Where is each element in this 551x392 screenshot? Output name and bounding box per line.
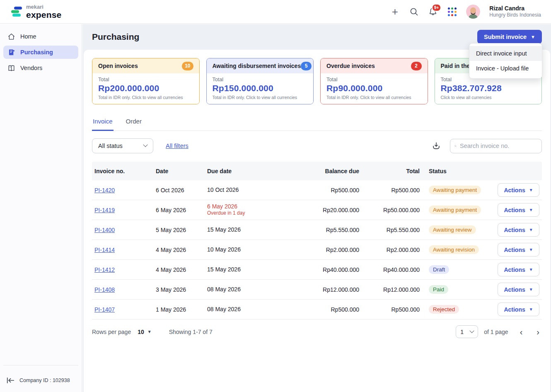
col-due-date: Due date [205, 168, 271, 174]
status-badge: Awaiting payment [429, 206, 481, 214]
mekari-logo-mark [11, 6, 22, 17]
actions-button[interactable]: Actions▼ [498, 183, 539, 197]
invoice-total: Rp12.000.000 [360, 286, 420, 293]
avatar[interactable] [466, 5, 480, 19]
chevron-down-icon: ▼ [529, 267, 533, 272]
chevron-down-icon: ▼ [529, 227, 533, 232]
collapse-sidebar-icon [7, 377, 15, 384]
purchasing-icon [7, 48, 15, 56]
card-awaiting-disbursement-invoices[interactable]: Awaiting disbursement invoices 5 Total R… [206, 58, 314, 104]
tab-invoice[interactable]: Invoice [92, 115, 114, 131]
status-badge: Paid [429, 285, 448, 294]
tab-order[interactable]: Order [125, 115, 143, 131]
invoice-link[interactable]: PI-1412 [94, 266, 115, 273]
plus-icon: + [392, 7, 398, 16]
search-invoice-input[interactable] [460, 143, 537, 149]
sidebar: Home Purchasing Vendors Company ID : 102… [0, 24, 82, 392]
actions-button[interactable]: Actions▼ [498, 263, 539, 276]
download-icon [432, 141, 441, 150]
invoice-link[interactable]: PI-1407 [94, 306, 115, 313]
card-total-label: Total [98, 77, 193, 82]
sidebar-item-purchasing[interactable]: Purchasing [3, 46, 78, 59]
balance-due: Rp2.000.000 [271, 247, 360, 253]
card-title: Overdue invoices [326, 63, 375, 69]
next-page-button[interactable]: › [534, 328, 542, 336]
invoice-table: Invoice no. Date Due date Balance due To… [92, 162, 542, 319]
search-invoice-field [450, 139, 542, 153]
invoice-due-date: 15 May 2026 [205, 226, 271, 234]
chevron-down-icon: ▼ [529, 208, 533, 212]
sidebar-item-label: Vendors [20, 65, 42, 71]
card-count-badge: 10 [182, 62, 193, 70]
invoice-due-date: 15 May 2026 [205, 266, 271, 273]
col-status: Status [420, 168, 495, 174]
actions-button[interactable]: Actions▼ [498, 302, 539, 316]
rows-per-page-dropdown[interactable]: 10 ▼ [138, 329, 151, 335]
invoice-date: 6 Oct 2026 [153, 187, 205, 194]
page-title: Purchasing [92, 32, 139, 42]
status-badge: Awaiting payment [429, 186, 481, 194]
menu-item-invoice-upload-file[interactable]: Invoice - Upload file [469, 61, 542, 76]
company-id: Company ID : 102938 [19, 377, 70, 383]
card-total-label: Total [326, 77, 422, 82]
showing-range: Showing 1-7 of 7 [169, 329, 213, 335]
menu-item-direct-invoice-input[interactable]: Direct invoice input [469, 46, 542, 61]
home-icon [7, 33, 15, 41]
card-note: Total in IDR only. Click to view all cur… [98, 95, 193, 100]
invoice-date: 4 May 2026 [153, 247, 205, 253]
previous-page-button[interactable]: ‹ [517, 328, 525, 336]
avatar-image [466, 5, 480, 19]
invoice-total: Rp500.000 [360, 306, 420, 313]
invoice-link[interactable]: PI-1408 [94, 286, 115, 293]
invoice-total: Rp500.000 [360, 187, 420, 194]
invoice-due-date: 10 May 2026 [205, 246, 271, 254]
balance-due: Rp40.000.000 [271, 266, 360, 273]
top-bar: mekari expense + 9+ [0, 0, 551, 24]
card-amount: Rp200.000.000 [98, 83, 193, 93]
sidebar-item-label: Home [20, 33, 36, 40]
chevron-down-icon: ▼ [147, 329, 152, 334]
sidebar-collapse[interactable]: Company ID : 102938 [7, 377, 70, 384]
sidebar-item-home[interactable]: Home [3, 30, 78, 43]
status-badge: Awaiting revision [429, 245, 479, 254]
card-open-invoices[interactable]: Open invoices 10 Total Rp200.000.000 Tot… [92, 58, 200, 104]
status-filter-dropdown[interactable]: All status [92, 138, 153, 153]
submit-invoice-menu: Direct invoice input Invoice - Upload fi… [469, 43, 542, 79]
sidebar-item-vendors[interactable]: Vendors [3, 61, 78, 75]
chevron-down-icon: ▼ [529, 188, 533, 192]
actions-button[interactable]: Actions▼ [498, 223, 539, 237]
invoice-link[interactable]: PI-1414 [94, 247, 115, 253]
download-button[interactable] [430, 140, 442, 152]
table-row: PI-1419 6 May 2026 6 May 2026Overdue in … [92, 200, 542, 220]
balance-due: Rp500.000 [271, 187, 360, 194]
invoice-date: 1 May 2026 [153, 306, 205, 313]
user-menu[interactable]: Rizal Candra Hungry Birds Indonesia [489, 5, 541, 19]
col-date: Date [153, 168, 205, 174]
invoice-total: Rp5.550.000 [360, 227, 420, 233]
brand-line2: expense [26, 10, 61, 19]
notifications-button[interactable]: 9+ [428, 7, 438, 17]
all-filters-link[interactable]: All filters [166, 143, 188, 149]
card-overdue-invoices[interactable]: Overdue invoices 2 Total Rp90.000.000 To… [320, 58, 428, 104]
search-icon [454, 143, 457, 150]
search-button[interactable] [409, 7, 419, 17]
chevron-down-icon: ▼ [529, 247, 533, 252]
actions-button[interactable]: Actions▼ [498, 203, 539, 217]
actions-button[interactable]: Actions▼ [498, 283, 539, 296]
rows-per-page-label: Rows per page [92, 329, 131, 335]
invoice-link[interactable]: PI-1420 [94, 187, 115, 194]
chevron-down-icon: ▼ [529, 307, 533, 312]
invoice-link[interactable]: PI-1419 [94, 207, 115, 213]
page-number-dropdown[interactable]: 1 [456, 325, 478, 338]
add-button[interactable]: + [390, 7, 400, 17]
card-amount: Rp382.707.928 [441, 83, 536, 93]
actions-button[interactable]: Actions▼ [498, 243, 539, 256]
chevron-down-icon: ▼ [529, 287, 533, 292]
chevron-down-icon [143, 143, 147, 147]
sidebar-divider [3, 365, 78, 365]
mekari-expense-logo: mekari expense [11, 4, 61, 19]
status-badge: Awaiting review [429, 225, 476, 234]
submit-invoice-button[interactable]: Submit invoice ▼ [477, 30, 542, 44]
invoice-link[interactable]: PI-1400 [94, 227, 115, 233]
apps-menu-button[interactable] [447, 7, 457, 17]
